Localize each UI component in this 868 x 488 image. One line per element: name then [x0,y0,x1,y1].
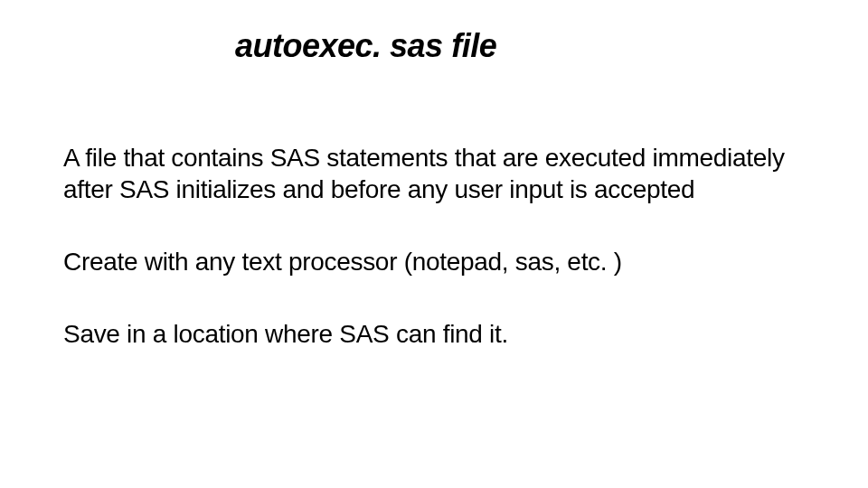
paragraph-1: A file that contains SAS statements that… [63,142,805,205]
slide-container: autoexec. sas file A file that contains … [0,0,868,488]
slide-title: autoexec. sas file [235,27,805,65]
paragraph-3: Save in a location where SAS can find it… [63,318,805,350]
paragraph-2: Create with any text processor (notepad,… [63,246,805,277]
